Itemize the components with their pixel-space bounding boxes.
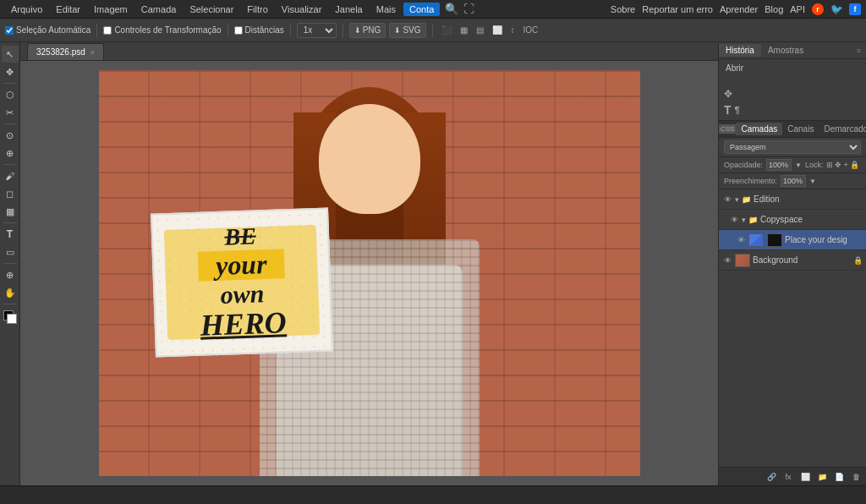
layer-new-icon[interactable]: 📄 bbox=[832, 470, 846, 484]
lock-checkerboard-icon[interactable]: ⊞ bbox=[826, 161, 833, 169]
layers-tab-canais[interactable]: Canais bbox=[782, 123, 819, 135]
right-text-icon-2[interactable]: ¶ bbox=[735, 105, 740, 115]
tool-crop[interactable]: ✂ bbox=[2, 104, 19, 121]
color-swatch[interactable] bbox=[3, 310, 17, 324]
layer-group-icon[interactable]: 📁 bbox=[815, 470, 829, 484]
auto-select-checkbox[interactable]: Seleção Automática bbox=[5, 25, 90, 35]
face-shape bbox=[319, 104, 420, 214]
layer-item-background[interactable]: 👁 Background 🔒 bbox=[719, 250, 866, 271]
link-blog[interactable]: Blog bbox=[765, 4, 783, 14]
layer-name-copyspace: Copyspace bbox=[760, 215, 863, 224]
fill-input[interactable] bbox=[781, 175, 806, 187]
tool-move[interactable]: ✥ bbox=[2, 63, 19, 80]
move-icon[interactable]: ⬜ bbox=[490, 25, 505, 35]
history-tab[interactable]: História bbox=[719, 44, 761, 57]
history-content: Abrir bbox=[719, 59, 866, 85]
tool-zoom[interactable]: ⊕ bbox=[2, 266, 19, 283]
opacity-dropdown-icon[interactable]: ▼ bbox=[795, 162, 802, 169]
tool-lasso[interactable]: ⬡ bbox=[2, 86, 19, 103]
tools-panel: ↖ ✥ ⬡ ✂ ⊙ ⊕ 🖌 ◻ ▦ T ▭ ⊕ ✋ bbox=[0, 42, 20, 485]
lock-all-icon[interactable]: 🔒 bbox=[850, 161, 859, 169]
background-color[interactable] bbox=[7, 314, 17, 324]
lock-artboard-icon[interactable]: + bbox=[843, 161, 847, 169]
fill-label: Preenchimento: bbox=[724, 177, 777, 185]
menu-selecionar[interactable]: Selecionar bbox=[184, 3, 239, 16]
transform-checkbox[interactable]: Controles de Transformação bbox=[103, 25, 221, 35]
samples-tab[interactable]: Amostras bbox=[761, 44, 810, 57]
right-move-icon[interactable]: ✥ bbox=[724, 88, 732, 100]
canvas-tab-bar: 3253826.psd × bbox=[20, 42, 718, 61]
layer-mask-icon[interactable]: ⬜ bbox=[798, 470, 812, 484]
layer-visibility-background[interactable]: 👁 bbox=[722, 255, 732, 266]
tool-eyedropper[interactable]: ⊙ bbox=[2, 127, 19, 144]
link-sobre[interactable]: Sobre bbox=[611, 4, 635, 14]
layer-link-icon[interactable]: 🔗 bbox=[765, 470, 778, 484]
align-right-icon[interactable]: ▤ bbox=[474, 25, 486, 35]
layer-expand-copyspace[interactable]: ▾ bbox=[742, 216, 746, 224]
history-open-label[interactable]: Abrir bbox=[726, 63, 743, 73]
reddit-icon[interactable]: r bbox=[812, 3, 824, 15]
svg-export-button[interactable]: ⬇ SVG bbox=[389, 23, 425, 38]
menu-arquivo[interactable]: Arquivo bbox=[5, 3, 48, 16]
layer-visibility-copyspace[interactable]: 👁 bbox=[729, 215, 739, 225]
align-left-icon[interactable]: ⬛ bbox=[439, 25, 454, 35]
menu-editar[interactable]: Editar bbox=[50, 3, 86, 16]
layers-section: CSS Camadas Canais Demarcadores ≡ Passag… bbox=[719, 121, 866, 485]
tool-gradient[interactable]: ▦ bbox=[2, 203, 19, 220]
menu-visualizar[interactable]: Visualizar bbox=[276, 3, 328, 16]
layer-thumb-design-mask bbox=[767, 233, 782, 247]
layer-item-copyspace[interactable]: 👁 ▾ 📁 Copyspace bbox=[719, 210, 866, 230]
tool-heal[interactable]: ⊕ bbox=[2, 145, 19, 162]
css-badge: CSS bbox=[719, 124, 736, 134]
zoom-select[interactable]: 1x 2x 0.5x bbox=[297, 23, 337, 38]
search-icon[interactable]: 🔍 bbox=[445, 3, 458, 15]
tool-select[interactable]: ↖ bbox=[2, 46, 19, 63]
link-aprender[interactable]: Aprender bbox=[720, 4, 758, 14]
canvas-tab-psd[interactable]: 3253826.psd × bbox=[27, 43, 104, 60]
ioc-icon[interactable]: IOC bbox=[521, 25, 541, 35]
menu-conta[interactable]: Conta bbox=[403, 3, 440, 16]
blend-mode-select[interactable]: Passagem Normal Multiplicar bbox=[724, 140, 861, 154]
fullscreen-icon[interactable]: ⛶ bbox=[463, 3, 474, 15]
resize-icon[interactable]: ↕ bbox=[508, 25, 518, 35]
canvas-tab-close[interactable]: × bbox=[90, 48, 95, 57]
canvas-content[interactable]: BE your own HERO bbox=[20, 61, 718, 485]
sign-your-text: your bbox=[197, 249, 284, 282]
layer-item-design[interactable]: 👁 Place your desig bbox=[719, 230, 866, 250]
sign-hero-text: HERO bbox=[200, 306, 287, 342]
twitter-icon[interactable]: 🐦 bbox=[830, 3, 842, 15]
lock-move-icon[interactable]: ✥ bbox=[835, 161, 841, 169]
opacity-input[interactable] bbox=[766, 159, 792, 171]
facebook-icon[interactable]: f bbox=[849, 3, 861, 15]
right-text-icon-1[interactable]: T bbox=[724, 103, 732, 117]
layers-tabs-bar: CSS Camadas Canais Demarcadores ≡ bbox=[719, 121, 866, 138]
menu-janela[interactable]: Janela bbox=[329, 3, 368, 16]
link-reportar[interactable]: Reportar um erro bbox=[642, 4, 713, 14]
layer-delete-icon[interactable]: 🗑 bbox=[849, 470, 863, 484]
tool-eraser[interactable]: ◻ bbox=[2, 185, 19, 202]
link-api[interactable]: API bbox=[790, 4, 805, 14]
distances-checkbox[interactable]: Distâncias bbox=[234, 25, 284, 35]
layer-visibility-design[interactable]: 👁 bbox=[736, 235, 746, 245]
menu-camada[interactable]: Camada bbox=[135, 3, 183, 16]
layer-visibility-edition[interactable]: 👁 bbox=[722, 194, 732, 205]
tool-shape[interactable]: ▭ bbox=[2, 244, 19, 260]
layer-expand-edition[interactable]: ▾ bbox=[735, 195, 739, 204]
menu-filtro[interactable]: Filtro bbox=[241, 3, 273, 16]
panel-options-icon[interactable]: ≡ bbox=[852, 47, 866, 55]
menu-mais[interactable]: Mais bbox=[370, 3, 402, 16]
layer-item-edition[interactable]: 👁 ▾ 📁 Edition bbox=[719, 189, 866, 210]
menu-imagem[interactable]: Imagem bbox=[88, 3, 134, 16]
layers-tab-demarcadores[interactable]: Demarcadores bbox=[819, 123, 866, 135]
menubar: Arquivo Editar Imagem Camada Selecionar … bbox=[0, 0, 866, 19]
png-export-button[interactable]: ⬇ PNG bbox=[349, 23, 386, 38]
tool-brush[interactable]: 🖌 bbox=[2, 167, 19, 184]
sign-text-block: BE your own HERO bbox=[196, 222, 287, 342]
layer-fx-icon[interactable]: fx bbox=[781, 470, 795, 484]
tool-text[interactable]: T bbox=[2, 226, 19, 243]
align-center-icon[interactable]: ▦ bbox=[458, 25, 470, 35]
layers-tab-camadas[interactable]: Camadas bbox=[736, 123, 782, 135]
tool-hand[interactable]: ✋ bbox=[2, 284, 19, 301]
canvas-tab-filename: 3253826.psd bbox=[36, 47, 85, 57]
fill-dropdown-icon[interactable]: ▼ bbox=[809, 178, 816, 185]
